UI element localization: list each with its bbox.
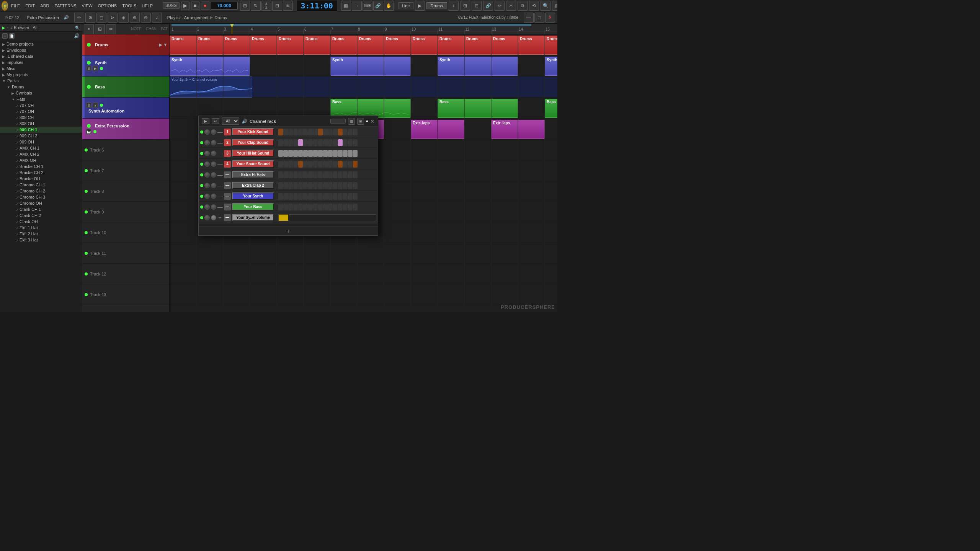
tool-a[interactable]: ⊞ [460, 1, 470, 11]
track-row-synth[interactable]: Synth 🎛 ▶ [82, 55, 169, 77]
cbeat-14[interactable] [343, 139, 348, 146]
ecbeat-15[interactable] [348, 182, 353, 189]
automation-up[interactable]: ▲ [93, 103, 98, 108]
track-row-extra[interactable]: Extra Percussion 🎹 [82, 119, 169, 140]
ebeat-5[interactable] [298, 171, 303, 178]
ch-knob-vol-1[interactable] [204, 215, 210, 220]
track-row-11[interactable]: Track 11 [82, 243, 169, 264]
beat-5[interactable] [298, 129, 303, 135]
zoom-out[interactable]: ⊖ [141, 13, 151, 23]
sidebar-item-clankch2[interactable]: Clank CH 2 [0, 212, 82, 218]
file-btn[interactable]: 📄 [9, 33, 15, 39]
ch-active-bass[interactable] [200, 205, 203, 209]
bbeat-6[interactable] [303, 204, 308, 210]
pattern-synth-2[interactable]: Synth [330, 57, 411, 76]
ch-active-vol[interactable] [200, 216, 203, 219]
track-draw[interactable]: ✏ [106, 24, 116, 34]
ch-minus-snare[interactable]: — [217, 161, 223, 167]
pattern-drums-9[interactable]: Drums [384, 36, 411, 55]
rack-play-btn[interactable]: ▶ [202, 118, 209, 124]
menu-options[interactable]: OPTIONS [96, 3, 119, 9]
speaker-icon[interactable]: 🔊 [74, 33, 80, 39]
menu-file[interactable]: FILE [9, 3, 22, 9]
sidebar-item-hats[interactable]: Hats [0, 96, 82, 102]
beat-11[interactable] [328, 129, 333, 135]
select-tool[interactable]: ⊕ [85, 13, 95, 23]
sbeat-8[interactable] [313, 161, 318, 168]
pattern-drums-7[interactable]: Drums [330, 36, 357, 55]
drums-plus[interactable]: + [449, 1, 459, 11]
ch-minus-extraclap[interactable]: — [217, 183, 223, 189]
sidebar-item-brackeoh[interactable]: Bracke OH [0, 176, 82, 182]
cbeat-9[interactable] [318, 139, 323, 146]
sidebar-item-808oh[interactable]: 808 OH [0, 121, 82, 127]
tool-e[interactable]: ✂ [506, 1, 516, 11]
beat-14[interactable] [343, 129, 348, 135]
hbeat-11[interactable] [328, 150, 333, 157]
ch-knob-kick-pan[interactable] [211, 129, 216, 135]
stop-button[interactable]: ■ [191, 2, 199, 10]
ch-knob-bass-vol[interactable] [204, 204, 210, 210]
channel-rack-icon[interactable]: ▦ [341, 1, 351, 11]
hbeat-7[interactable] [308, 150, 313, 157]
sidebar-item-ekit1[interactable]: Ekit 1 Hat [0, 225, 82, 231]
zoom-in[interactable]: ⊕ [130, 13, 140, 23]
track-row-drums[interactable]: Drums ▶ ▼ [82, 34, 169, 55]
sbeat-2[interactable] [283, 161, 288, 168]
ch-active-kick[interactable] [200, 130, 203, 134]
ch-minus-kick[interactable]: — [217, 129, 223, 135]
ch-knob-extraclap-pan[interactable] [211, 183, 216, 188]
pattern-drums-2[interactable]: Drums [196, 36, 223, 55]
bbeat-12[interactable] [333, 204, 338, 210]
menu-view[interactable]: VIEW [80, 3, 95, 9]
hbeat-1[interactable] [278, 150, 283, 157]
pattern-extra-2[interactable]: Extr..laps [411, 120, 464, 139]
tool-d[interactable]: ✏ [495, 1, 505, 11]
ecbeat-5[interactable] [298, 182, 303, 189]
ch-active-synth[interactable] [200, 195, 203, 198]
hbeat-2[interactable] [283, 150, 288, 157]
sidebar-item-909ch1[interactable]: 909 CH 1 [0, 127, 82, 133]
hbeat-3[interactable] [288, 150, 293, 157]
pattern-drums-10[interactable]: Drums [411, 36, 438, 55]
ch-knob-vol-2[interactable] [211, 215, 216, 220]
play-button[interactable]: ▶ [181, 2, 189, 10]
track-active-synth[interactable] [87, 61, 91, 65]
pattern-drums-13[interactable]: Drums [491, 36, 518, 55]
ecbeat-11[interactable] [328, 182, 333, 189]
ebeat-8[interactable] [313, 171, 318, 178]
arr-row-drums[interactable]: Drums Drums Drums Drums Drums Drums Drum… [170, 34, 557, 55]
drums-label[interactable]: Drums [426, 2, 447, 9]
bbeat-2[interactable] [283, 204, 288, 210]
ebeat-6[interactable] [303, 171, 308, 178]
track-row-12[interactable]: Track 12 [82, 264, 169, 284]
sybeat-5[interactable] [298, 193, 303, 200]
sidebar-item-cymbals[interactable]: Cymbals [0, 90, 82, 96]
sbeat-6[interactable] [303, 161, 308, 168]
sbeat-11[interactable] [328, 161, 333, 168]
sidebar-item-808ch[interactable]: 808 CH [0, 114, 82, 121]
sbeat-1[interactable] [278, 161, 283, 168]
pattern-drums-1[interactable]: Drums [170, 36, 196, 55]
sybeat-12[interactable] [333, 193, 338, 200]
beat-4[interactable] [293, 129, 298, 135]
sbeat-12[interactable] [333, 161, 338, 168]
bbeat-14[interactable] [343, 204, 348, 210]
cbeat-4[interactable] [293, 139, 298, 146]
sbeat-14[interactable] [343, 161, 348, 168]
track-row-13[interactable]: Track 13 [82, 284, 169, 305]
cbeat-11[interactable] [328, 139, 333, 146]
ch-knob-hihat-pan[interactable] [211, 151, 216, 156]
beat-3[interactable] [288, 129, 293, 135]
sidebar-item-clankch1[interactable]: Clank CH 1 [0, 206, 82, 212]
synth-play-icon[interactable]: ▶ [93, 66, 98, 71]
tool-i[interactable]: ▤ [552, 1, 557, 11]
menu-add[interactable]: ADD [38, 3, 51, 9]
ch-knob-synth-vol[interactable] [204, 194, 210, 199]
bbeat-3[interactable] [288, 204, 293, 210]
ch-active-snare[interactable] [200, 163, 203, 166]
vol-automation-bar[interactable] [278, 214, 376, 221]
plugin-icon[interactable]: ✋ [384, 1, 394, 11]
bbeat-16[interactable] [353, 204, 358, 210]
sybeat-3[interactable] [288, 193, 293, 200]
